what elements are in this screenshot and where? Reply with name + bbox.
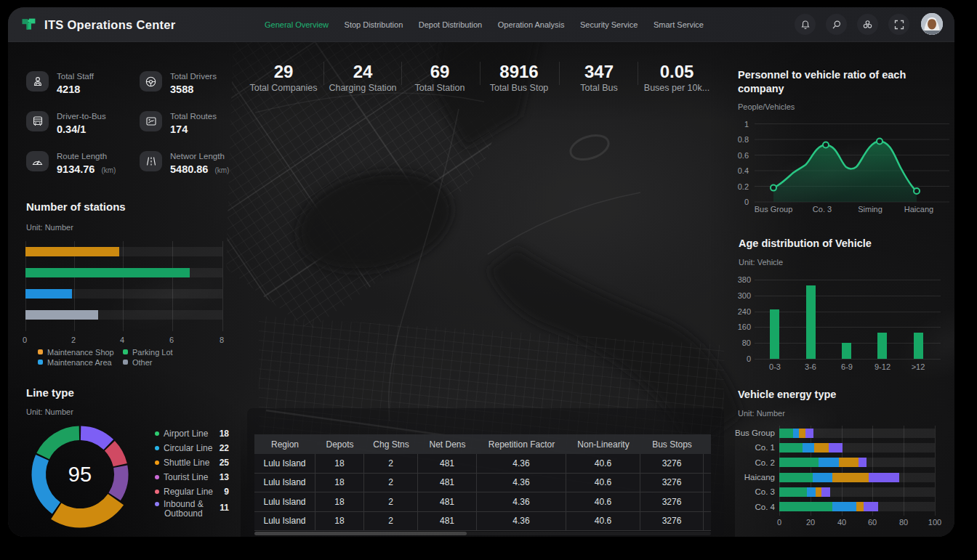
svg-text:0.6: 0.6 [738,151,749,160]
svg-text:95: 95 [68,463,92,486]
svg-text:Bus Group: Bus Group [755,205,793,214]
svg-text:Siming: Siming [858,205,882,214]
svg-text:0.2: 0.2 [738,182,749,191]
svg-text:0: 0 [744,198,749,206]
svg-text:1: 1 [744,120,749,129]
svg-text:Co. 3: Co. 3 [813,205,832,214]
svg-text:Haicang: Haicang [904,205,933,214]
svg-text:0.8: 0.8 [738,135,749,144]
svg-text:0.4: 0.4 [738,166,749,175]
